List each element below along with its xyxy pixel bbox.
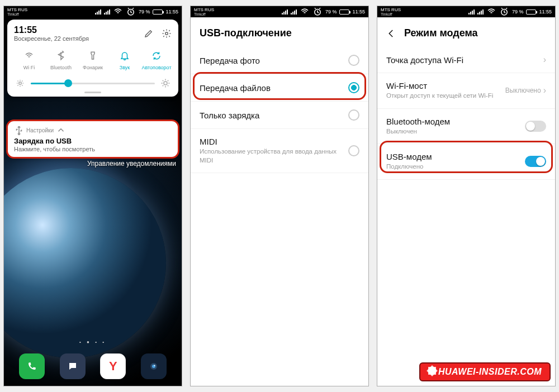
- signal-icon: [95, 9, 101, 15]
- earth-image: [3, 168, 166, 358]
- status-bar: MTS RUS Tinkoff 79 % 11:55: [4, 6, 182, 17]
- usb-notification[interactable]: Настройки Зарядка по USB Нажмите, чтобы …: [7, 121, 178, 158]
- phone-screenshot-1: MTS RUS Tinkoff 79 % 11:55 11:55 Воскрес…: [3, 6, 182, 386]
- manage-notifications-link[interactable]: Управление уведомлениями: [87, 160, 176, 168]
- row-bluetooth-modem[interactable]: Bluetooth-модем Выключен: [377, 109, 555, 145]
- quick-settings-panel[interactable]: 11:55 Воскресенье, 22 сентября Wi Fi Blu…: [7, 20, 178, 97]
- signal-icon: [468, 9, 475, 15]
- row-wifi-hotspot[interactable]: Точка доступа Wi-Fi ›: [377, 47, 555, 73]
- battery-icon: [153, 9, 163, 15]
- page-title: USB-подключение: [191, 17, 368, 47]
- toggle-off[interactable]: [525, 121, 546, 132]
- status-bar: MTS RUS Tinkoff 79 % 11:55: [377, 6, 555, 17]
- bluetooth-icon: [56, 51, 66, 61]
- flashlight-icon: [88, 51, 98, 61]
- brightness-slider[interactable]: [15, 78, 170, 88]
- svg-point-1: [165, 32, 168, 35]
- signal-icon-2: [477, 9, 484, 15]
- option-file-transfer[interactable]: Передача файлов: [191, 74, 368, 102]
- row-wifi-bridge[interactable]: Wi-Fi-мост Открыт доступ к текущей сети …: [377, 73, 555, 109]
- qs-toggles: Wi Fi Bluetooth Фонарик Звук Автоповорот: [14, 50, 172, 70]
- phone-screenshot-3: MTS RUS Tinkoff 79 % 11:55 Режим модема …: [377, 6, 556, 386]
- phone-icon: [27, 361, 37, 371]
- watermark: HUAWEI-INSIDER.COM: [419, 362, 551, 381]
- brightness-low-icon: [15, 78, 25, 88]
- wifi-status-icon: [113, 7, 123, 17]
- svg-point-3: [164, 82, 167, 85]
- radio-selected-icon: [348, 82, 359, 93]
- messages-app[interactable]: [60, 353, 86, 379]
- dock: Y: [4, 353, 182, 379]
- battery-icon: [339, 9, 349, 15]
- rotate-icon: [151, 51, 162, 61]
- battery-icon: [526, 9, 536, 15]
- camera-lens-icon: [149, 361, 159, 371]
- page-indicator: • ● • •: [4, 340, 182, 345]
- status-time: 11:55: [165, 9, 178, 15]
- chevron-right-icon: ›: [543, 55, 546, 65]
- option-midi[interactable]: MIDI Использование устройства для ввода …: [191, 129, 368, 173]
- carrier-2: Tinkoff: [7, 12, 27, 16]
- huawei-logo-icon: [428, 367, 436, 375]
- alarm-icon: [126, 7, 136, 17]
- status-bar: MTS RUS Tinkoff 79 % 11:55: [191, 6, 368, 17]
- phone-app[interactable]: [19, 353, 45, 379]
- chevron-up-icon: [56, 125, 66, 135]
- chevron-right-icon: ›: [543, 85, 546, 95]
- qs-date: Воскресенье, 22 сентября: [14, 35, 89, 42]
- wifi-icon: [24, 51, 34, 61]
- alarm-icon: [499, 7, 509, 17]
- qs-flashlight[interactable]: Фонарик: [78, 50, 108, 70]
- back-icon[interactable]: [386, 28, 396, 39]
- signal-icon-2: [104, 9, 110, 15]
- option-photo-transfer[interactable]: Передача фото: [191, 47, 368, 74]
- signal-icon: [282, 9, 288, 15]
- notification-subtitle: Нажмите, чтобы посмотреть: [14, 146, 172, 152]
- page-title: Режим модема: [377, 17, 555, 47]
- radio-icon: [348, 55, 359, 66]
- toggle-on[interactable]: [525, 156, 546, 167]
- radio-icon: [348, 109, 359, 121]
- svg-point-6: [154, 365, 155, 366]
- alarm-icon: [312, 7, 323, 17]
- battery-pct: 79 %: [139, 9, 150, 15]
- message-icon: [68, 361, 78, 371]
- bell-icon: [120, 51, 130, 61]
- qs-bluetooth[interactable]: Bluetooth: [46, 50, 76, 70]
- yandex-app[interactable]: Y: [100, 353, 126, 379]
- phone-screenshot-2: MTS RUS Tinkoff 79 % 11:55 USB-подключен…: [190, 6, 369, 386]
- option-charge-only[interactable]: Только зарядка: [191, 102, 368, 129]
- radio-icon: [348, 145, 359, 156]
- qs-sound[interactable]: Звук: [110, 50, 140, 70]
- camera-app[interactable]: [141, 353, 167, 379]
- wifi-status-icon: [486, 7, 496, 17]
- notification-title: Зарядка по USB: [14, 137, 172, 145]
- brightness-high-icon: [160, 78, 170, 88]
- qs-time: 11:55: [14, 25, 89, 35]
- carrier-1: MTS RUS: [7, 8, 27, 12]
- qs-autorotate[interactable]: Автоповорот: [141, 50, 172, 70]
- svg-point-2: [19, 82, 22, 85]
- edit-icon[interactable]: [144, 28, 154, 39]
- usb-icon: [14, 125, 24, 135]
- qs-wifi[interactable]: Wi Fi: [14, 50, 44, 70]
- wifi-status-icon: [300, 7, 310, 17]
- row-usb-modem[interactable]: USB-модем Подключено: [377, 144, 555, 180]
- gear-icon[interactable]: [162, 28, 172, 39]
- signal-icon-2: [291, 9, 297, 15]
- panel-drag-handle[interactable]: [84, 92, 101, 93]
